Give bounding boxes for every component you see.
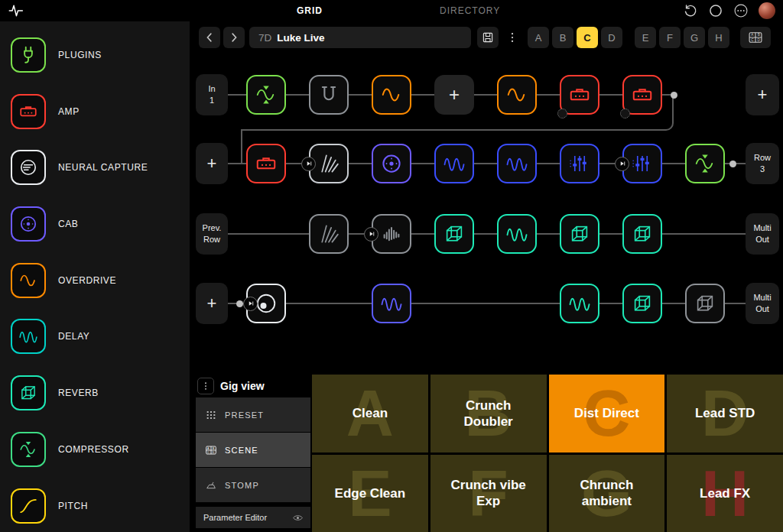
- preset-slot-d[interactable]: D: [601, 27, 622, 48]
- add-device-node[interactable]: +: [196, 283, 228, 324]
- svg-text:B: B: [758, 33, 760, 37]
- amp-device[interactable]: [560, 75, 599, 115]
- sidebar-item-delay[interactable]: DELAY: [11, 319, 190, 354]
- wave-device[interactable]: [372, 284, 411, 323]
- sidebar-item-label: CAB: [58, 219, 78, 229]
- wave-device[interactable]: [497, 144, 537, 183]
- sidebar-item-overdrive[interactable]: OVERDRIVE: [11, 263, 190, 298]
- back-button[interactable]: [199, 27, 220, 48]
- cube-device[interactable]: [434, 214, 474, 254]
- gig-view-menu: PRESETABCDSCENESTOMP: [196, 397, 310, 502]
- cube-icon: [11, 375, 46, 410]
- scene-button-e[interactable]: EEdge Clean: [312, 455, 428, 532]
- compressor-device[interactable]: [685, 144, 725, 183]
- add-device-node[interactable]: +: [196, 143, 228, 184]
- scene-view-button[interactable]: ABCD: [740, 27, 771, 48]
- sidebar-item-label: OVERDRIVE: [58, 275, 116, 286]
- undo-icon[interactable]: [683, 3, 698, 18]
- scene-label: Edge Clean: [320, 485, 421, 501]
- eq-device[interactable]: [560, 144, 599, 183]
- tab-grid[interactable]: GRID: [297, 5, 323, 16]
- app-logo-icon: [5, 3, 28, 18]
- sidebar: PLUGINSAMPNEURAL CAPTURECABOVERDRIVEDELA…: [0, 21, 190, 532]
- feedback-wire: [241, 131, 242, 164]
- gig-view-header: Gig view: [196, 375, 310, 397]
- preset-prefix: 7D: [258, 32, 271, 44]
- overdrive-device[interactable]: [497, 75, 537, 115]
- scene-button-c[interactable]: CDist Direct: [549, 375, 665, 453]
- gate-device[interactable]: [309, 75, 349, 115]
- wire-junction: [236, 300, 243, 307]
- splitter-node[interactable]: [243, 297, 258, 311]
- tab-directory[interactable]: DIRECTORY: [440, 5, 500, 16]
- splitter-node[interactable]: [301, 157, 316, 171]
- wave-device[interactable]: [560, 284, 599, 323]
- row-input-node[interactable]: Prev.Row: [196, 213, 228, 255]
- amp-device[interactable]: [622, 75, 662, 115]
- gig-menu-label: STOMP: [225, 481, 259, 490]
- preset-name-field[interactable]: 7D Luke Live: [249, 27, 471, 48]
- neural-icon: [11, 150, 46, 185]
- cube-device[interactable]: [622, 284, 662, 323]
- sidebar-item-amp[interactable]: AMP: [11, 94, 190, 129]
- cube-device[interactable]: [560, 214, 599, 254]
- kebab-menu-icon[interactable]: [197, 378, 214, 394]
- svg-text:C: C: [207, 450, 210, 453]
- splitter-node[interactable]: [364, 227, 379, 242]
- parameter-editor-label: Parameter Editor: [203, 513, 267, 522]
- splitter-node[interactable]: [615, 157, 629, 171]
- row-input-node[interactable]: In1: [196, 74, 228, 115]
- sidebar-item-neural-capture[interactable]: NEURAL CAPTURE: [11, 150, 190, 185]
- grille-badge: [557, 109, 567, 118]
- scene-button-f[interactable]: FCrunch vibe Exp: [430, 455, 547, 532]
- wave-device[interactable]: [434, 144, 474, 183]
- compressor-device[interactable]: [246, 75, 286, 115]
- row-output-node[interactable]: MultiOut: [746, 283, 779, 324]
- amp-icon: [11, 94, 46, 129]
- forward-button[interactable]: [223, 27, 245, 48]
- scene-button-g[interactable]: GChrunch ambient: [549, 455, 665, 532]
- overdrive-icon: [11, 263, 46, 298]
- gig-menu-scene[interactable]: ABCDSCENE: [196, 433, 310, 467]
- row-output-node[interactable]: Row3: [746, 143, 779, 184]
- status-ring-icon[interactable]: [708, 3, 723, 18]
- cube-device[interactable]: [622, 214, 662, 254]
- sidebar-item-pitch[interactable]: PITCH: [11, 488, 190, 524]
- sidebar-item-cab[interactable]: CAB: [11, 206, 190, 242]
- scene-button-b[interactable]: BCrunch Doubler: [430, 375, 547, 453]
- scene-label: Lead STD: [680, 405, 770, 421]
- overdrive-device[interactable]: [372, 75, 411, 115]
- gig-menu-stomp[interactable]: STOMP: [196, 468, 310, 502]
- sidebar-item-reverb[interactable]: REVERB: [11, 375, 190, 410]
- cube-device[interactable]: [685, 284, 725, 323]
- scene-label: Dist Direct: [559, 405, 655, 421]
- gig-menu-preset[interactable]: PRESET: [196, 397, 310, 432]
- cab-device[interactable]: [372, 144, 411, 183]
- kebab-menu-button[interactable]: [502, 27, 523, 48]
- scene-button-a[interactable]: AClean: [312, 375, 428, 453]
- scene-label: Chrunch ambient: [549, 477, 665, 510]
- capture-device[interactable]: [309, 214, 349, 254]
- grille-badge: [620, 109, 630, 118]
- scene-button-d[interactable]: DLead STD: [667, 375, 783, 453]
- preset-slot-a[interactable]: A: [528, 27, 549, 48]
- add-device-node[interactable]: +: [746, 74, 779, 115]
- preset-slot-c[interactable]: C: [577, 27, 598, 48]
- preset-slot-g[interactable]: G: [684, 27, 705, 48]
- amp-device[interactable]: [246, 144, 286, 183]
- sidebar-item-plugins[interactable]: PLUGINS: [11, 37, 190, 73]
- save-button[interactable]: [477, 27, 499, 48]
- sidebar-item-compressor[interactable]: COMPRESSOR: [11, 432, 190, 467]
- avatar[interactable]: [759, 2, 775, 19]
- parameter-editor-button[interactable]: Parameter Editor: [196, 507, 310, 528]
- more-options-icon[interactable]: [733, 3, 749, 18]
- row-output-node[interactable]: MultiOut: [746, 213, 779, 255]
- wave-device[interactable]: [497, 214, 537, 254]
- preset-slot-b[interactable]: B: [552, 27, 573, 48]
- scene-button-h[interactable]: HLead FX: [667, 455, 783, 532]
- preset-slot-e[interactable]: E: [635, 27, 656, 48]
- gig-menu-label: SCENE: [225, 446, 258, 455]
- preset-slot-h[interactable]: H: [708, 27, 729, 48]
- empty-slot-button[interactable]: +: [434, 75, 474, 115]
- preset-slot-f[interactable]: F: [659, 27, 681, 48]
